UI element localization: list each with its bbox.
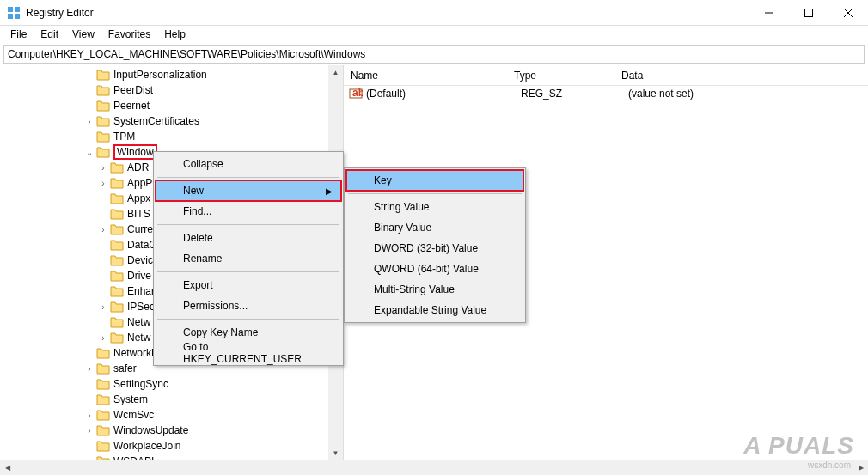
context-menu-item[interactable]: New▶	[156, 180, 341, 201]
column-name[interactable]: Name	[344, 70, 507, 82]
menu-help[interactable]: Help	[157, 27, 193, 42]
tree-label: InputPersonalization	[113, 69, 207, 81]
tree-label: Appx	[127, 192, 150, 204]
svg-rect-5	[805, 9, 813, 16]
list-header: Name Type Data	[344, 65, 868, 86]
address-text: Computer\HKEY_LOCAL_MACHINE\SOFTWARE\Pol…	[8, 48, 365, 60]
tree-label: PeerDist	[113, 84, 153, 96]
tree-label: Peernet	[113, 100, 150, 112]
tree-item[interactable]: PeerDist	[0, 82, 343, 98]
menu-favorites[interactable]: Favorites	[101, 27, 157, 42]
menu-view[interactable]: View	[65, 27, 101, 42]
tree-label: TPM	[113, 131, 135, 143]
tree-item[interactable]: ›WcmSvc	[0, 407, 343, 423]
tree-label: System	[113, 393, 148, 405]
context-menu-item[interactable]: Binary Value	[346, 217, 523, 238]
tree-expander-icon[interactable]: ›	[83, 411, 96, 420]
tree-expander-icon[interactable]: ›	[96, 302, 110, 312]
tree-item[interactable]: ›SystemCertificates	[0, 113, 343, 129]
context-menu-item[interactable]: String Value	[346, 197, 523, 217]
scroll-right-button[interactable]: ▶	[853, 460, 868, 475]
minimize-button[interactable]	[749, 0, 789, 26]
tree-label: WindowsUpdate	[113, 424, 188, 436]
tree-item[interactable]: InputPersonalization	[0, 67, 343, 82]
tree-item[interactable]: ›WindowsUpdate	[0, 423, 343, 438]
address-bar[interactable]: Computer\HKEY_LOCAL_MACHINE\SOFTWARE\Pol…	[3, 45, 865, 64]
svg-rect-1	[15, 7, 20, 12]
tree-label: Drive	[127, 270, 151, 282]
tree-expander-icon[interactable]: ⌄	[83, 148, 96, 157]
tree-label: AppP	[127, 177, 152, 189]
context-menu-item[interactable]: QWORD (64-bit) Value	[346, 259, 523, 279]
scroll-down-button[interactable]: ▼	[328, 446, 343, 460]
tree-expander-icon[interactable]: ›	[83, 364, 96, 374]
context-menu-separator	[157, 224, 339, 225]
tree-label: WcmSvc	[113, 409, 154, 421]
tree-label: Curre	[127, 223, 153, 235]
tree-label: Enhar	[127, 285, 155, 297]
context-menu: CollapseNew▶Find...DeleteRenameExportPer…	[153, 151, 344, 366]
list-scrollbar-horizontal[interactable]: ◀ ▶	[344, 460, 868, 475]
window-title: Registry Editor	[26, 7, 749, 19]
submenu-arrow-icon: ▶	[326, 186, 333, 196]
context-menu-separator	[157, 319, 339, 320]
menu-edit[interactable]: Edit	[34, 27, 65, 42]
tree-item[interactable]: SettingSync	[0, 376, 343, 392]
svg-text:ab: ab	[352, 87, 363, 99]
tree-item[interactable]: WorkplaceJoin	[0, 438, 343, 454]
context-menu-separator	[157, 177, 339, 178]
close-button[interactable]	[828, 0, 868, 26]
context-menu-item[interactable]: DWORD (32-bit) Value	[346, 238, 523, 259]
tree-item[interactable]: Peernet	[0, 98, 343, 113]
tree-label: safer	[113, 362, 137, 375]
context-menu-item[interactable]: Export	[156, 275, 341, 295]
context-menu-item[interactable]: Find...	[156, 201, 341, 222]
scroll-up-button[interactable]: ▲	[328, 65, 343, 80]
value-type: REG_SZ	[521, 88, 628, 100]
column-type[interactable]: Type	[507, 70, 614, 82]
context-menu-item[interactable]: Permissions...	[156, 295, 341, 316]
tree-expander-icon[interactable]: ›	[96, 333, 110, 343]
context-menu-item[interactable]: Expandable String Value	[346, 300, 523, 320]
tree-label: Devic	[127, 254, 153, 266]
tree-item[interactable]: System	[0, 392, 343, 407]
tree-item[interactable]: TPM	[0, 129, 343, 144]
maximize-button[interactable]	[789, 0, 828, 26]
context-menu-separator	[348, 193, 522, 194]
tree-expander-icon[interactable]: ›	[96, 163, 110, 173]
tree-label: IPSec	[127, 301, 155, 313]
tree-label: Netw	[127, 332, 150, 344]
context-menu-item[interactable]: Multi-String Value	[346, 279, 523, 300]
context-menu-item[interactable]: Copy Key Name	[156, 322, 341, 343]
tree-label: SettingSync	[113, 378, 168, 390]
tree-label: BITS	[127, 208, 150, 220]
app-icon	[7, 6, 21, 20]
tree-label: Window	[113, 144, 157, 160]
menubar: File Edit View Favorites Help	[0, 26, 868, 43]
svg-rect-0	[8, 7, 13, 12]
context-menu-item[interactable]: Delete	[156, 228, 341, 248]
context-submenu-new: KeyString ValueBinary ValueDWORD (32-bit…	[344, 167, 526, 323]
string-value-icon: ab	[349, 87, 363, 100]
context-menu-item[interactable]: Collapse	[156, 154, 341, 174]
value-data: (value not set)	[628, 88, 868, 100]
column-data[interactable]: Data	[614, 70, 868, 82]
context-menu-separator	[157, 271, 339, 272]
svg-rect-3	[15, 14, 20, 19]
tree-label: Netw	[127, 316, 150, 328]
tree-label: DataC	[127, 239, 156, 251]
tree-expander-icon[interactable]: ›	[83, 426, 96, 435]
svg-rect-2	[8, 14, 13, 19]
context-menu-item[interactable]: Go to HKEY_CURRENT_USER	[156, 343, 341, 363]
context-menu-item[interactable]: Key	[346, 170, 523, 191]
tree-label: WorkplaceJoin	[113, 440, 180, 452]
tree-expander-icon[interactable]: ›	[96, 179, 110, 188]
value-name: (Default)	[366, 88, 521, 100]
list-row[interactable]: ab (Default) REG_SZ (value not set)	[344, 86, 868, 101]
tree-label: ADR	[127, 161, 149, 174]
tree-label: SystemCertificates	[113, 115, 199, 127]
tree-expander-icon[interactable]: ›	[83, 117, 96, 126]
context-menu-item[interactable]: Rename	[156, 248, 341, 269]
menu-file[interactable]: File	[3, 27, 34, 42]
tree-expander-icon[interactable]: ›	[96, 225, 110, 234]
